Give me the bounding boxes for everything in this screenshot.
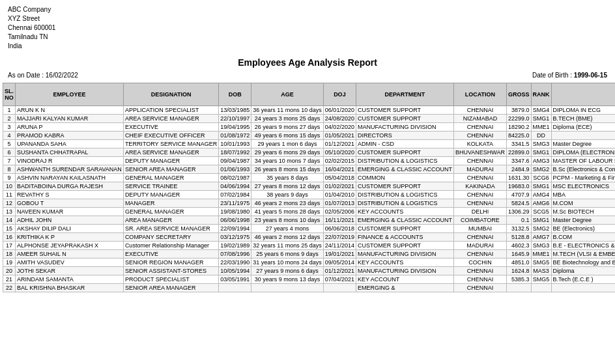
cell-7-5: 16/04/2021: [323, 165, 356, 174]
cell-19-4: 27 years 9 mons 6 days: [251, 267, 324, 275]
cell-7-7: MADURAI: [453, 165, 506, 174]
cell-0-10: DIPLOMA IN ECG: [551, 106, 615, 115]
cell-5-7: BHUVANESHWAR: [453, 148, 506, 157]
cell-13-10: Master Degree: [551, 216, 615, 225]
cell-12-2: GENERAL MANAGER: [123, 208, 218, 216]
cell-12-1: NAVEEN KUMAR: [16, 208, 124, 216]
cell-10-1: REVATHY S: [16, 191, 124, 199]
table-row: 4PRAMOD KABRACHEIF EXECUTIVE OFFICER01/0…: [3, 132, 616, 140]
cell-5-5: 05/10/2020: [323, 148, 356, 157]
col-header-gross: GROSS: [506, 83, 531, 106]
cell-16-5: 24/11/2014: [323, 242, 356, 250]
cell-14-9: SMG2: [531, 225, 551, 233]
table-row: 22BAL KRISHNA BHASKARSENIOR AREA MANAGER…: [3, 284, 616, 292]
cell-4-10: Master Degree: [551, 140, 615, 148]
cell-15-0: 16: [3, 233, 16, 242]
table-row: 3ARUNA PEXECUTIVE19/04/199526 years 9 mo…: [3, 123, 616, 132]
table-row: 10BADITABOINA DURGA RAJESHSERVICE TRAINE…: [3, 182, 616, 191]
cell-6-10: MASTER OF LABOUR MANAGEMENT: [551, 157, 615, 165]
cell-14-4: 27 years 4 mons: [251, 225, 324, 233]
cell-21-4: [251, 284, 324, 292]
cell-1-10: B.TECH (BME): [551, 115, 615, 123]
cell-16-2: Customer Relationship Manager: [123, 242, 218, 250]
cell-10-0: 11: [3, 191, 16, 199]
cell-13-4: 23 years 8 mons 10 days: [251, 216, 324, 225]
cell-21-2: SENIOR AREA MANAGER: [123, 284, 218, 292]
table-row: 14ADHIL JOHNAREA MANAGER06/06/199823 yea…: [3, 216, 616, 225]
cell-21-9: [531, 284, 551, 292]
cell-14-6: CUSTOMER SUPPORT: [356, 225, 453, 233]
cell-7-1: ASHWANTH SURENDAR SARAVANAN: [16, 165, 124, 174]
cell-7-9: SMG2: [531, 165, 551, 174]
cell-1-9: SMG1: [531, 115, 551, 123]
cell-14-7: MUMBAI: [453, 225, 506, 233]
table-row: 5UPANANDA SAHATERRITORY SERVICE MANAGER1…: [3, 140, 616, 148]
cell-2-6: MANUFACTURING DIVISION: [356, 123, 453, 132]
cell-12-5: 02/05/2006: [323, 208, 356, 216]
cell-12-4: 41 years 5 mons 28 days: [251, 208, 324, 216]
cell-0-1: ARUN K N: [16, 106, 124, 115]
cell-2-10: Diploma (ECE): [551, 123, 615, 132]
cell-2-0: 3: [3, 123, 16, 132]
table-row: 12GOBOU TMANAGER23/11/197546 years 2 mon…: [3, 199, 616, 208]
cell-7-2: SENIOR AREA MANAGER: [123, 165, 218, 174]
cell-11-1: GOBOU T: [16, 199, 124, 208]
cell-15-3: 03/12/1975: [219, 233, 251, 242]
col-header-age: AGE: [251, 83, 324, 106]
cell-19-8: 1624.8: [506, 267, 531, 275]
cell-16-1: ALPHONSE JEYAPRAKASH X: [16, 242, 124, 250]
cell-7-3: 01/06/1993: [219, 165, 251, 174]
cell-5-0: 6: [3, 148, 16, 157]
col-header-employee: EMPLOYEE: [16, 83, 124, 106]
cell-9-10: MSC ELECTRONICS: [551, 182, 615, 191]
cell-17-2: EXECUTIVE: [123, 250, 218, 259]
cell-6-1: VINODRAJ R: [16, 157, 124, 165]
report-title: Employees Age Analysis Report: [0, 57, 615, 68]
table-row: 6SUSHANTA CHHATRAPALAREA SERVICE MANAGER…: [3, 148, 616, 157]
company-state: Tamilnadu TN: [8, 33, 607, 42]
cell-18-5: 09/05/2014: [323, 259, 356, 267]
cell-0-8: 3879.0: [506, 106, 531, 115]
cell-2-5: 04/02/2020: [323, 123, 356, 132]
cell-17-9: MME1: [531, 250, 551, 259]
cell-20-5: 07/04/2021: [323, 275, 356, 284]
cell-19-6: MANUFACTURING DIVISION: [356, 267, 453, 275]
cell-13-6: EMERGING & CLASSIC ACCOUNT: [356, 216, 453, 225]
cell-17-8: 1645.9: [506, 250, 531, 259]
cell-4-0: 5: [3, 140, 16, 148]
cell-15-9: AMG7: [531, 233, 551, 242]
cell-9-6: CUSTOMER SUPPORT: [356, 182, 453, 191]
cell-12-0: 13: [3, 208, 16, 216]
company-header: ABC Company XYZ Street Chennai 600001 Ta…: [0, 0, 615, 53]
cell-21-0: 22: [3, 284, 16, 292]
cell-0-9: SMG4: [531, 106, 551, 115]
table-row: 18AMEER SUHAIL NEXECUTIVE07/08/199625 ye…: [3, 250, 616, 259]
cell-16-10: B.E - ELECTRONICS & COMMUNICATION ENGG: [551, 242, 615, 250]
cell-21-10: [551, 284, 615, 292]
cell-14-5: 06/06/2018: [323, 225, 356, 233]
cell-19-3: 10/05/1994: [219, 267, 251, 275]
cell-10-3: 07/02/1984: [219, 191, 251, 199]
cell-19-9: MAS3: [531, 267, 551, 275]
col-header-location: LOCATION: [453, 83, 506, 106]
company-city: Chennai 600001: [8, 23, 607, 33]
cell-14-0: 15: [3, 225, 16, 233]
cell-0-5: 06/01/2020: [323, 106, 356, 115]
cell-6-5: 02/02/2015: [323, 157, 356, 165]
cell-11-3: 23/11/1975: [219, 199, 251, 208]
cell-1-3: 22/10/1997: [219, 115, 251, 123]
cell-2-2: EXECUTIVE: [123, 123, 218, 132]
cell-3-3: 01/08/1972: [219, 132, 251, 140]
cell-3-10: [551, 132, 615, 140]
cell-11-8: 5824.5: [506, 199, 531, 208]
cell-1-1: MAJJARI KALYAN KUMAR: [16, 115, 124, 123]
cell-14-10: BE (Electronics): [551, 225, 615, 233]
cell-3-2: CHEIF EXECUTIVE OFFICER: [123, 132, 218, 140]
col-header-sl: SL.NO: [3, 83, 16, 106]
cell-17-6: MANUFACTURING DIVISION: [356, 250, 453, 259]
cell-6-7: CHENNAI: [453, 157, 506, 165]
cell-4-9: SMG3: [531, 140, 551, 148]
cell-2-3: 19/04/1995: [219, 123, 251, 132]
cell-1-7: NIZAMABAD: [453, 115, 506, 123]
cell-19-5: 01/12/2021: [323, 267, 356, 275]
